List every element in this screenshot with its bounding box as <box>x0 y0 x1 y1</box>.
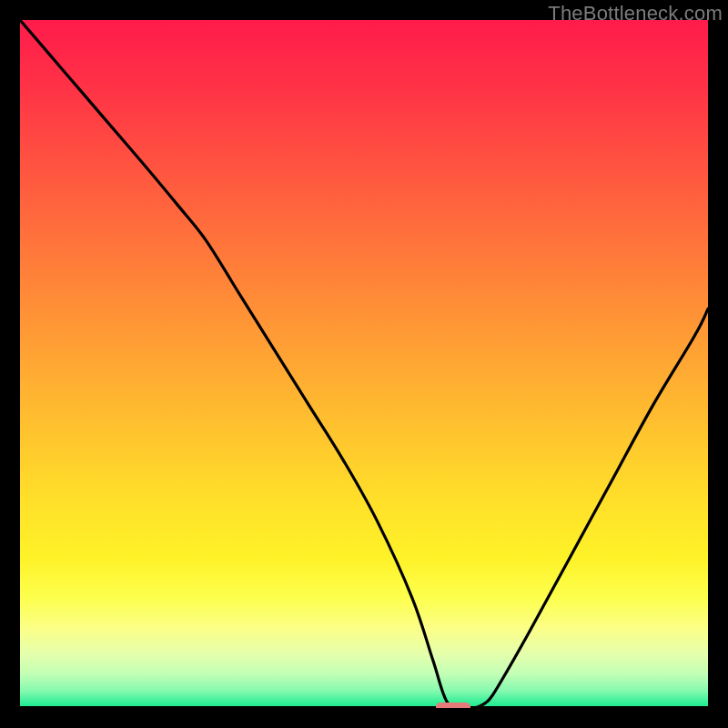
watermark-text: TheBottleneck.com <box>548 2 723 25</box>
optimal-range-marker <box>436 703 470 708</box>
plot-area <box>20 20 708 708</box>
chart-frame: TheBottleneck.com <box>0 0 728 728</box>
bottleneck-curve <box>20 20 708 708</box>
